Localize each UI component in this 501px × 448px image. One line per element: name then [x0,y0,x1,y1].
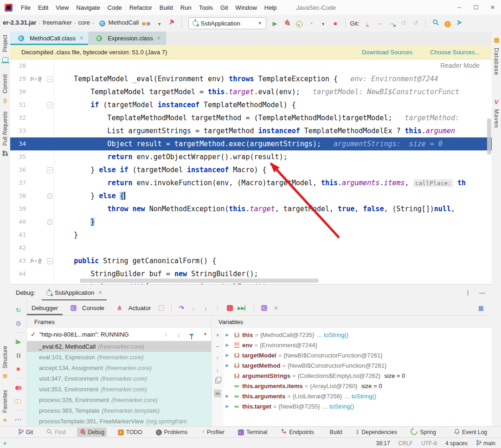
variable-row[interactable]: ∞ this.arguments.items= {ArrayList@7260}… [224,381,492,391]
code-line-33[interactable]: 33 List argumentStrings = targetMethod i… [10,124,492,137]
debug-button[interactable] [283,17,291,27]
debug-session-tab[interactable]: SstiApplication ✕ [42,285,107,301]
tool-strip-maven[interactable]: VMaven [492,97,501,128]
git-branch-widget[interactable]: main [476,440,495,447]
status-collapse-icon[interactable]: » [2,442,8,445]
force-step-into-button[interactable]: ↓ [201,303,210,313]
debug-tab-console[interactable]: ›_Console [63,300,109,315]
profiler-button[interactable]: ◔ [307,18,315,28]
git-update-project-button[interactable]: ↓ [363,19,372,29]
close-button[interactable]: ✕ [484,0,501,15]
menu-file[interactable]: File [17,4,34,11]
stack-frame-row[interactable]: process:326, Environment(freemarker.core… [27,395,211,405]
editor-tab-expression-class[interactable]: CExpression.class ✕ [88,32,166,45]
stack-frame-row[interactable]: _eval:62, MethodCall(freemarker.core) [27,341,211,352]
code-line-32[interactable]: 32 TemplateMethodModel targetMethod = (T… [10,111,492,124]
code-line-36[interactable]: 36 − } else if (targetModel instanceof M… [10,163,492,176]
toolwindow-dependencies[interactable]: ▼▼ Dependencies [353,428,400,436]
drop-frame-button[interactable]: ↓ [225,303,234,313]
breadcrumb-item[interactable]: freemarker [43,19,72,26]
run-button[interactable]: ▶ [271,18,279,28]
menu-edit[interactable]: Edit [34,4,52,11]
breadcrumb-item[interactable]: MethodCall [108,19,139,26]
indent-indicator[interactable]: 4 spaces [445,440,468,447]
editor-vertical-scrollbar[interactable] [487,118,491,155]
tool-strip-structure[interactable]: Structure▦ [0,346,10,381]
menu-code[interactable]: Code [104,4,126,11]
frame-down-icon[interactable]: ↓ [177,331,180,338]
menu-tools[interactable]: Tools [195,4,217,11]
expand-chevron-icon[interactable]: ▶ [224,353,231,357]
stack-frame-row[interactable]: eval:101, Expression(freemarker.core) [27,352,211,363]
session-close-icon[interactable]: ✕ [98,290,102,296]
variable-row[interactable]: ▶ env= {Environment@7244} [224,340,492,350]
menu-window[interactable]: Window [232,4,261,11]
tool-strip-database[interactable]: Database [492,35,501,75]
stop-process-button[interactable]: ■ [14,364,23,374]
git-push-button[interactable]: → [375,18,384,28]
layout-settings-icon[interactable]: ≡ [272,303,280,313]
code-line-28[interactable]: 28 [10,59,492,72]
minimize-button[interactable]: ─ [451,0,468,15]
frames-filter-icon[interactable] [189,331,194,338]
restore-layout-icon[interactable]: ▦ [477,303,485,313]
fold-region-icon[interactable] [47,219,52,225]
menu-run[interactable]: Run [177,4,195,11]
code-line-35[interactable]: 35 return env.getObjectWrapper().wrap(re… [10,150,492,163]
menu-view[interactable]: View [52,4,72,11]
fold-marker-icon[interactable]: − [47,102,53,108]
toolwindow-git[interactable]: Git [16,428,35,437]
stack-frame-row[interactable]: visit:347, Environment(freemarker.core) [27,373,211,384]
menu-navigate[interactable]: Navigate [72,4,103,11]
code-line-40[interactable]: 40 } [10,215,492,228]
stack-frame-row[interactable]: visit:353, Environment(freemarker.core) [27,384,211,395]
tab-close-icon[interactable]: ✕ [79,35,84,41]
variable-row[interactable]: ▶ {..} this= {MethodCall@7235} ... toStr… [224,330,492,340]
overrides-method-icon[interactable]: fx↑@ [30,72,41,85]
banner-link[interactable]: Download Sources [362,49,412,56]
tostring-link[interactable]: ... toString() [317,331,348,338]
menu-build[interactable]: Build [156,4,177,11]
tool-strip-favorites[interactable]: Favorites★ [0,390,10,425]
hot-swap-icon[interactable] [157,303,166,313]
breadcrumb-item[interactable]: core [78,19,90,26]
toolwindow-todo[interactable]: ≡ TODO [116,428,144,436]
duplicate-watch-button[interactable] [215,378,220,385]
thread-selector[interactable]: ✓ "http-nio-8081...main": RUNNING ↑ ↓ ▼ [27,328,211,341]
toolwindow-spring[interactable]: Spring [408,427,438,437]
debug-minimize-icon[interactable]: — [479,289,485,296]
search-everywhere-icon[interactable] [431,17,440,27]
code-line-30[interactable]: 30 TemplateModel targetModel = this.targ… [10,85,492,98]
tool-strip-project[interactable]: Project [0,35,10,65]
frame-up-icon[interactable]: ↑ [165,331,168,338]
menu-refactor[interactable]: Refactor [126,4,156,11]
code-line-42[interactable]: 42 [10,241,492,254]
caret-position[interactable]: 38:17 [376,440,390,447]
debug-settings-button[interactable]: ⚙ [14,318,23,328]
fold-region-icon[interactable] [47,193,52,199]
move-watch-up-button[interactable]: ↑ [216,355,219,362]
variable-row[interactable]: ▶ ∞ this.target= {NewBI@7255} ... toStri… [224,401,492,411]
step-out-button[interactable]: ↑ [213,303,222,313]
resume-button[interactable]: ▶ [14,337,23,347]
tostring-link[interactable]: ... toString() [345,393,376,400]
code-line-29[interactable]: 29 fx↑@ − TemplateModel _eval(Environmen… [10,72,492,85]
remove-watch-button[interactable]: − [216,343,219,350]
tool-strip-commit[interactable]: Commit [0,74,10,106]
run-configuration-select[interactable]: SstiApplication ▼ [188,17,266,29]
toolwindow-debug[interactable]: Debug [77,428,107,437]
menu-help[interactable]: Help [261,4,281,11]
expand-chevron-icon[interactable]: ▶ [224,332,231,337]
expand-chevron-icon[interactable]: ▶ [224,394,231,398]
fold-marker-icon[interactable]: − [47,167,53,173]
run-to-cursor-button[interactable]: ▶▶▏ [238,303,248,313]
line-ending-indicator[interactable]: CRLF [398,440,413,447]
code-line-34[interactable]: 34 Object result = targetMethod.exec(arg… [10,137,492,150]
banner-link[interactable]: Choose Sources... [430,49,480,56]
update-available-icon[interactable]: ↑ [443,19,452,29]
expand-chevron-icon[interactable]: ▶ [224,363,231,368]
code-with-me-users-icon[interactable]: ☻☻ [141,19,151,29]
toolwindow-profiler[interactable]: ◔ Profiler [199,428,227,436]
maximize-button[interactable]: ☐ [468,0,484,15]
toolwindow-find[interactable]: Find [44,428,68,437]
